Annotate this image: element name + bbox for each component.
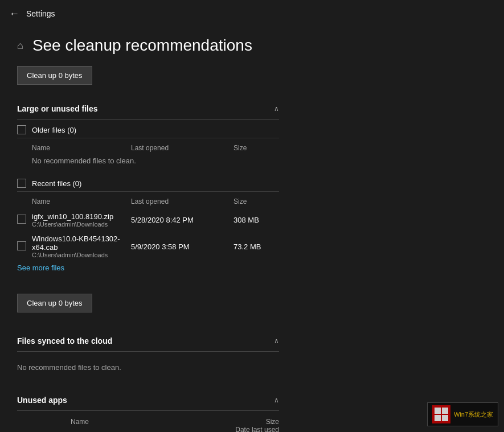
section-large-unused: Large or unused files ∧ Older files (0) … [17,98,279,287]
section-large-unused-content: Older files (0) Name Last opened Size No… [17,120,279,287]
page-title: See cleanup recommendations [32,36,252,55]
recent-files-label: Recent files (0) [32,179,81,188]
subsection-older-files: Older files (0) Name Last opened Size No… [17,125,279,170]
main-content: ⌂ See cleanup recommendations Clean up 0… [0,27,296,432]
older-files-table-header: Name Last opened Size [17,143,279,154]
back-icon: ← [9,8,19,20]
section-large-unused-title: Large or unused files [17,104,98,113]
svg-rect-2 [442,408,448,414]
file-row: igfx_win10_100.8190.zip C:\Users\admin\D… [17,210,279,230]
section-large-unused-chevron: ∧ [274,105,279,113]
file-1-path: C:\Users\admin\Downloads [32,221,131,228]
watermark-box: Win7系统之家 [427,402,498,426]
file-1-date: 5/28/2020 8:42 PM [131,216,233,224]
file-2-date: 5/9/2020 3:58 PM [131,242,233,251]
section-cloud-synced-title: Files synced to the cloud [17,336,112,345]
recent-files-col-size: Size [233,198,279,205]
top-bar: ← Settings [0,0,504,27]
file-1-name: igfx_win10_100.8190.zip [32,212,131,221]
file-2-name: Windows10.0-KB4541302-x64.cab [32,234,131,252]
file-2-path: C:\Users\admin\Downloads [32,252,131,258]
section-large-unused-header[interactable]: Large or unused files ∧ [17,98,279,120]
recent-files-header: Recent files (0) [17,179,279,192]
file-checkbox-wrapper [17,215,32,225]
cleanup-button-top[interactable]: Clean up 0 bytes [17,66,92,85]
watermark: Win7系统之家 [427,402,498,426]
section-unused-apps: Unused apps ∧ Name Size Date last used ♪ [17,390,279,432]
recent-files-checkbox[interactable] [17,179,26,188]
section-unused-apps-title: Unused apps [17,396,67,405]
page-header: ⌂ See cleanup recommendations [17,36,279,55]
cleanup-button-bottom[interactable]: Clean up 0 bytes [17,294,92,312]
svg-rect-3 [435,415,441,421]
file-2-info: Windows10.0-KB4541302-x64.cab C:\Users\a… [32,234,131,258]
cloud-no-rec: No recommended files to clean. [17,357,279,377]
older-files-header: Older files (0) [17,125,279,138]
svg-rect-1 [435,408,441,414]
watermark-logo [432,405,450,423]
apps-col-right: Size Date last used [235,418,279,432]
section-unused-apps-chevron: ∧ [274,396,279,404]
older-files-col-name: Name [32,144,131,152]
section-cloud-synced-chevron: ∧ [274,337,279,345]
back-button[interactable]: ← [9,8,19,20]
older-files-checkbox[interactable] [17,125,26,134]
subsection-recent-files: Recent files (0) Name Last opened Size i… [17,179,279,272]
home-icon[interactable]: ⌂ [17,40,23,52]
file-row: Windows10.0-KB4541302-x64.cab C:\Users\a… [17,232,279,261]
file-2-checkbox[interactable] [17,241,26,250]
apps-col-size: Size [266,418,279,426]
file-1-info: igfx_win10_100.8190.zip C:\Users\admin\D… [32,212,131,228]
file-1-size: 308 MB [233,216,279,224]
older-files-col-last-opened: Last opened [131,144,233,152]
file-checkbox-wrapper-2 [17,241,32,252]
recent-files-col-name: Name [32,198,131,205]
section-cloud-synced: Files synced to the cloud ∧ No recommend… [17,331,279,383]
apps-col-name: Name [71,418,231,432]
file-1-checkbox[interactable] [17,215,26,224]
section-unused-apps-content: Name Size Date last used ♪ Groove Music … [17,411,279,432]
recent-files-table-header: Name Last opened Size [17,196,279,208]
section-unused-apps-header[interactable]: Unused apps ∧ [17,390,279,411]
section-cloud-synced-header[interactable]: Files synced to the cloud ∧ [17,331,279,352]
older-files-col-size: Size [233,144,279,152]
file-2-size: 73.2 MB [233,242,279,251]
older-files-no-rec: No recommended files to clean. [17,157,279,170]
apps-col-date: Date last used [235,426,279,432]
recent-files-col-last-opened: Last opened [131,198,233,205]
topbar-title: Settings [26,9,55,18]
see-more-files-link[interactable]: See more files [17,264,64,272]
section-cloud-synced-content: No recommended files to clean. [17,352,279,383]
watermark-text: Win7系统之家 [454,410,493,419]
older-files-label: Older files (0) [32,126,76,134]
svg-rect-4 [442,415,448,421]
apps-table-header: Name Size Date last used [17,417,279,432]
